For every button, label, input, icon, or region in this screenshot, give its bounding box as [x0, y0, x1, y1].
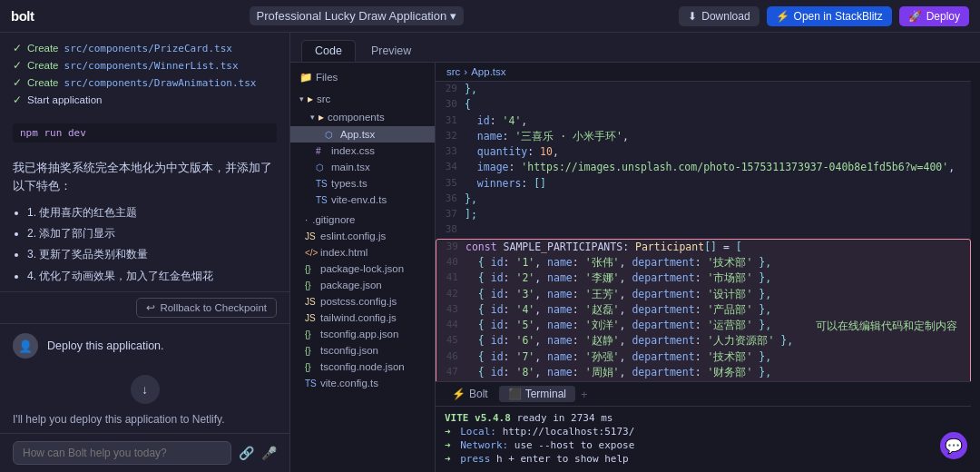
feature-item: 1. 使用喜庆的红色主题: [27, 204, 277, 221]
feature-list: 1. 使用喜庆的红色主题 2. 添加了部门显示 3. 更新了奖品类别和数量 4.…: [27, 204, 277, 291]
tree-file-tsconfig[interactable]: {}tsconfig.json: [290, 342, 435, 359]
terminal-area: ⚡ Bolt ⬛ Terminal + VITE v5.4.8: [436, 381, 971, 472]
rollback-icon: ↩: [146, 301, 155, 314]
tree-file-typests[interactable]: TS types.ts: [290, 175, 435, 192]
microphone-icon[interactable]: 🎤: [261, 446, 277, 460]
tree-file-name: main.tsx: [331, 162, 370, 172]
log-item-start: ✓ Start application: [13, 93, 277, 106]
code-line: 30{: [436, 97, 971, 113]
lightning-icon: ⚡: [776, 10, 789, 23]
code-line: 45 { id: '6', name: '赵静', department: '人…: [436, 333, 970, 349]
code-line: 34 image: 'https://images.unsplash.com/p…: [436, 160, 971, 175]
breadcrumb-sep: ›: [464, 66, 467, 77]
tree-file-pkg[interactable]: {}package.json: [290, 277, 435, 293]
log-item: ✓ Create src/components/WinnerList.tsx: [13, 59, 277, 72]
log-action: Create: [27, 60, 59, 71]
arrow-down-icon: ↓: [142, 383, 148, 397]
tree-file-indexhtml[interactable]: </>index.html: [290, 244, 435, 261]
json-icon: {}: [305, 362, 316, 372]
code-line: 37];: [436, 207, 971, 222]
rocket-icon: 🚀: [908, 10, 922, 23]
code-line: 35 winners: []: [436, 176, 971, 192]
main-layout: ✓ Create src/components/PrizeCard.tsx ✓ …: [0, 33, 980, 472]
tree-file-pkglock[interactable]: {}package-lock.json: [290, 261, 435, 277]
deploy-button[interactable]: 🚀 Deploy: [899, 6, 969, 26]
chevron-icon: ▾: [310, 113, 315, 122]
highlight-region: 39const SAMPLE_PARTICIPANTS: Participant…: [436, 239, 971, 381]
rollback-bar: ↩ Rollback to Checkpoint: [0, 291, 289, 323]
tab-code[interactable]: Code: [301, 40, 356, 62]
tsx-icon: ⬡: [325, 130, 336, 140]
chat-bubble-button[interactable]: 💬: [940, 432, 967, 459]
json-icon: {}: [305, 329, 316, 339]
breadcrumb-file: App.tsx: [471, 66, 505, 77]
tree-src-section: ▾ ▸ src ▾ ▸ components ⬡ App.tsx: [290, 86, 435, 211]
tree-file-tsconfigapp[interactable]: {}tsconfig.app.json: [290, 326, 435, 342]
download-icon: ⬇: [688, 10, 697, 23]
download-button[interactable]: ⬇ Download: [679, 6, 759, 26]
tab-preview[interactable]: Preview: [358, 40, 425, 62]
chat-description: 我已将抽奖系统完全本地化为中文版本，并添加了以下特色：: [13, 159, 277, 195]
json-icon: {}: [305, 346, 316, 356]
editor-scrollbar[interactable]: [971, 63, 980, 472]
tab-bolt[interactable]: ⚡ Bolt: [443, 386, 497, 402]
js-icon: JS: [305, 231, 316, 241]
tree-file-viteconfig[interactable]: TSvite.config.ts: [290, 375, 435, 391]
tree-file-indexcss[interactable]: # index.css: [290, 143, 435, 159]
tree-file-apptsx[interactable]: ⬡ App.tsx: [290, 126, 435, 143]
feature-item: 2. 添加了部门显示: [27, 225, 277, 242]
code-line: 32 name: '三喜乐 · 小米手环',: [436, 129, 971, 144]
attachment-icon[interactable]: 🔗: [239, 446, 254, 460]
deploy-bar: 👤 Deploy this application.: [0, 323, 289, 368]
chevron-icon: ▾: [299, 94, 304, 103]
log-filename: src/components/WinnerList.tsx: [64, 60, 239, 72]
tree-file-eslint[interactable]: JSeslint.config.js: [290, 228, 435, 244]
terminal-line: ➜ Local: http://localhost:5173/: [445, 426, 962, 438]
check-icon: ✓: [13, 42, 22, 54]
tab-terminal[interactable]: ⬛ Terminal: [499, 386, 575, 402]
breadcrumb: src › App.tsx: [436, 63, 971, 82]
log-item: ✓ Create src/components/PrizeCard.tsx: [13, 42, 277, 54]
tsx-icon: ⬡: [316, 162, 327, 172]
code-editor-wrap: src › App.tsx 29}, 30{ 31 id: '4', 32 na…: [436, 63, 971, 472]
file-icon: ·: [305, 214, 308, 225]
tree-file-name: types.ts: [331, 178, 368, 189]
src-label: src: [317, 93, 330, 104]
tree-files-header[interactable]: 📁 Files: [290, 68, 435, 86]
js-icon: JS: [305, 313, 316, 323]
check-icon: ✓: [13, 93, 22, 106]
rollback-button[interactable]: ↩ Rollback to Checkpoint: [136, 298, 277, 318]
input-bar: 🔗 🎤: [0, 433, 289, 472]
bolt-tab-icon: ⚡: [452, 388, 466, 400]
title-dropdown[interactable]: Professional Lucky Draw Application ▾: [250, 6, 465, 25]
dropdown-chevron-icon: ▾: [450, 9, 456, 23]
chat-content: 我已将抽奖系统完全本地化为中文版本，并添加了以下特色： 1. 使用喜庆的红色主题…: [0, 150, 289, 291]
terminal-content: VITE v5.4.8 ready in 2734 ms ➜ Local: ht…: [436, 407, 971, 472]
code-area[interactable]: 29}, 30{ 31 id: '4', 32 name: '三喜乐 · 小米手…: [436, 82, 971, 381]
tree-file-postcss[interactable]: JSpostcss.config.js: [290, 293, 435, 310]
right-panel: Code Preview 📁 Files ▾ ▸ src: [290, 33, 980, 472]
ts-icon: TS: [316, 179, 327, 189]
deploy-action-button[interactable]: ↓: [131, 375, 160, 404]
components-folder-icon: ▸: [318, 111, 324, 123]
bolt-logo: bolt: [11, 8, 34, 24]
npm-command: npm run dev: [13, 123, 277, 143]
editor-area: 📁 Files ▾ ▸ src ▾ ▸ components: [290, 63, 980, 472]
add-terminal-button[interactable]: +: [577, 388, 592, 401]
tree-components-header[interactable]: ▾ ▸ components: [290, 108, 435, 126]
check-icon: ✓: [13, 76, 22, 89]
js-icon: JS: [305, 297, 316, 307]
code-line: 48 // 可以继续添加更多参与者: [436, 380, 970, 381]
tree-file-viteenv[interactable]: TS vite-env.d.ts: [290, 192, 435, 208]
tree-file-maintsx[interactable]: ⬡ main.tsx: [290, 159, 435, 175]
tree-file-tailwind[interactable]: JStailwind.config.js: [290, 310, 435, 326]
chat-input[interactable]: [13, 441, 231, 465]
stackblitz-button[interactable]: ⚡ Open in StackBlitz: [767, 6, 892, 26]
tree-file-gitignore[interactable]: ·.gitignore: [290, 211, 435, 228]
code-line: 47 { id: '8', name: '周娟', department: '财…: [436, 365, 970, 380]
log-start-label: Start application: [27, 94, 102, 105]
right-panel-wrap: Code Preview 📁 Files ▾ ▸ src: [290, 33, 980, 472]
tree-src-header[interactable]: ▾ ▸ src: [290, 90, 435, 108]
editor-tabs: Code Preview: [290, 33, 980, 63]
tree-file-tsconfignode[interactable]: {}tsconfig.node.json: [290, 359, 435, 375]
